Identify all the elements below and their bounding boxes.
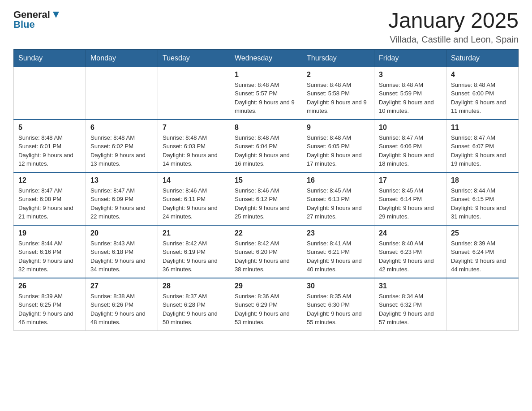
calendar-cell: 27Sunrise: 8:38 AM Sunset: 6:26 PM Dayli… xyxy=(86,278,158,331)
day-info: Sunrise: 8:48 AM Sunset: 6:05 PM Dayligh… xyxy=(307,133,369,168)
day-info: Sunrise: 8:46 AM Sunset: 6:11 PM Dayligh… xyxy=(163,186,225,221)
logo-blue: Blue xyxy=(13,19,35,30)
calendar-cell: 3Sunrise: 8:48 AM Sunset: 5:59 PM Daylig… xyxy=(374,67,446,120)
calendar-cell: 29Sunrise: 8:36 AM Sunset: 6:29 PM Dayli… xyxy=(230,278,302,331)
calendar-cell xyxy=(14,67,86,120)
calendar-cell: 15Sunrise: 8:46 AM Sunset: 6:12 PM Dayli… xyxy=(230,172,302,225)
calendar-cell xyxy=(158,67,230,120)
calendar-cell: 26Sunrise: 8:39 AM Sunset: 6:25 PM Dayli… xyxy=(14,278,86,331)
weekday-header-monday: Monday xyxy=(86,49,158,67)
day-info: Sunrise: 8:48 AM Sunset: 5:58 PM Dayligh… xyxy=(307,81,369,116)
day-info: Sunrise: 8:47 AM Sunset: 6:08 PM Dayligh… xyxy=(18,186,81,221)
calendar-week-row: 19Sunrise: 8:44 AM Sunset: 6:16 PM Dayli… xyxy=(14,225,519,278)
day-info: Sunrise: 8:48 AM Sunset: 6:03 PM Dayligh… xyxy=(163,133,225,168)
day-info: Sunrise: 8:39 AM Sunset: 6:24 PM Dayligh… xyxy=(451,239,514,274)
day-number: 16 xyxy=(307,176,369,184)
day-info: Sunrise: 8:40 AM Sunset: 6:23 PM Dayligh… xyxy=(379,239,442,274)
weekday-header-thursday: Thursday xyxy=(302,49,374,67)
day-info: Sunrise: 8:48 AM Sunset: 6:01 PM Dayligh… xyxy=(18,133,81,168)
day-info: Sunrise: 8:35 AM Sunset: 6:30 PM Dayligh… xyxy=(307,292,369,327)
calendar-cell: 4Sunrise: 8:48 AM Sunset: 6:00 PM Daylig… xyxy=(446,67,519,120)
day-info: Sunrise: 8:38 AM Sunset: 6:26 PM Dayligh… xyxy=(90,292,153,327)
calendar-header: SundayMondayTuesdayWednesdayThursdayFrid… xyxy=(14,49,519,67)
weekday-header-saturday: Saturday xyxy=(446,49,519,67)
day-info: Sunrise: 8:48 AM Sunset: 6:04 PM Dayligh… xyxy=(235,133,297,168)
day-info: Sunrise: 8:48 AM Sunset: 5:57 PM Dayligh… xyxy=(235,81,297,116)
day-number: 21 xyxy=(163,229,225,237)
calendar-title: January 2025 xyxy=(388,9,519,33)
calendar-cell: 10Sunrise: 8:47 AM Sunset: 6:06 PM Dayli… xyxy=(374,120,446,172)
day-number: 24 xyxy=(379,229,442,237)
day-number: 31 xyxy=(379,282,442,290)
day-number: 17 xyxy=(379,176,442,184)
day-info: Sunrise: 8:46 AM Sunset: 6:12 PM Dayligh… xyxy=(235,186,297,221)
day-number: 10 xyxy=(379,124,442,132)
day-info: Sunrise: 8:47 AM Sunset: 6:07 PM Dayligh… xyxy=(451,133,514,168)
calendar-cell: 5Sunrise: 8:48 AM Sunset: 6:01 PM Daylig… xyxy=(14,120,86,172)
calendar-cell: 12Sunrise: 8:47 AM Sunset: 6:08 PM Dayli… xyxy=(14,172,86,225)
day-number: 14 xyxy=(163,176,225,184)
day-number: 13 xyxy=(90,176,153,184)
weekday-header-sunday: Sunday xyxy=(14,49,86,67)
calendar-cell: 19Sunrise: 8:44 AM Sunset: 6:16 PM Dayli… xyxy=(14,225,86,278)
calendar-cell: 7Sunrise: 8:48 AM Sunset: 6:03 PM Daylig… xyxy=(158,120,230,172)
calendar-week-row: 12Sunrise: 8:47 AM Sunset: 6:08 PM Dayli… xyxy=(14,172,519,225)
day-number: 30 xyxy=(307,282,369,290)
day-number: 28 xyxy=(163,282,225,290)
calendar-cell: 28Sunrise: 8:37 AM Sunset: 6:28 PM Dayli… xyxy=(158,278,230,331)
day-info: Sunrise: 8:34 AM Sunset: 6:32 PM Dayligh… xyxy=(379,292,442,327)
day-number: 3 xyxy=(379,71,442,79)
calendar-body: 1Sunrise: 8:48 AM Sunset: 5:57 PM Daylig… xyxy=(14,67,519,330)
day-number: 29 xyxy=(235,282,297,290)
day-info: Sunrise: 8:48 AM Sunset: 6:02 PM Dayligh… xyxy=(90,133,153,168)
calendar-cell xyxy=(86,67,158,120)
day-info: Sunrise: 8:36 AM Sunset: 6:29 PM Dayligh… xyxy=(235,292,297,327)
day-number: 27 xyxy=(90,282,153,290)
day-number: 2 xyxy=(307,71,369,79)
calendar-cell: 14Sunrise: 8:46 AM Sunset: 6:11 PM Dayli… xyxy=(158,172,230,225)
day-info: Sunrise: 8:47 AM Sunset: 6:09 PM Dayligh… xyxy=(90,186,153,221)
svg-marker-0 xyxy=(53,12,59,18)
calendar-cell: 8Sunrise: 8:48 AM Sunset: 6:04 PM Daylig… xyxy=(230,120,302,172)
day-number: 25 xyxy=(451,229,514,237)
weekday-header-friday: Friday xyxy=(374,49,446,67)
calendar-subtitle: Villada, Castille and Leon, Spain xyxy=(388,34,519,45)
calendar-cell: 25Sunrise: 8:39 AM Sunset: 6:24 PM Dayli… xyxy=(446,225,519,278)
calendar-cell: 21Sunrise: 8:42 AM Sunset: 6:19 PM Dayli… xyxy=(158,225,230,278)
day-info: Sunrise: 8:45 AM Sunset: 6:14 PM Dayligh… xyxy=(379,186,442,221)
day-info: Sunrise: 8:43 AM Sunset: 6:18 PM Dayligh… xyxy=(90,239,153,274)
calendar-cell: 17Sunrise: 8:45 AM Sunset: 6:14 PM Dayli… xyxy=(374,172,446,225)
day-number: 15 xyxy=(235,176,297,184)
day-number: 6 xyxy=(90,124,153,132)
weekday-header-row: SundayMondayTuesdayWednesdayThursdayFrid… xyxy=(14,49,519,67)
calendar-cell: 11Sunrise: 8:47 AM Sunset: 6:07 PM Dayli… xyxy=(446,120,519,172)
day-number: 26 xyxy=(18,282,81,290)
calendar-week-row: 26Sunrise: 8:39 AM Sunset: 6:25 PM Dayli… xyxy=(14,278,519,331)
title-section: January 2025 Villada, Castille and Leon,… xyxy=(388,9,519,45)
logo-triangle-icon xyxy=(51,10,61,20)
day-number: 23 xyxy=(307,229,369,237)
day-info: Sunrise: 8:48 AM Sunset: 6:00 PM Dayligh… xyxy=(451,81,514,116)
day-info: Sunrise: 8:41 AM Sunset: 6:21 PM Dayligh… xyxy=(307,239,369,274)
calendar-cell xyxy=(446,278,519,331)
day-info: Sunrise: 8:44 AM Sunset: 6:15 PM Dayligh… xyxy=(451,186,514,221)
calendar-cell: 30Sunrise: 8:35 AM Sunset: 6:30 PM Dayli… xyxy=(302,278,374,331)
day-info: Sunrise: 8:39 AM Sunset: 6:25 PM Dayligh… xyxy=(18,292,81,327)
day-number: 19 xyxy=(18,229,81,237)
logo: General Blue xyxy=(13,9,61,30)
calendar-cell: 6Sunrise: 8:48 AM Sunset: 6:02 PM Daylig… xyxy=(86,120,158,172)
calendar-cell: 1Sunrise: 8:48 AM Sunset: 5:57 PM Daylig… xyxy=(230,67,302,120)
day-number: 12 xyxy=(18,176,81,184)
day-info: Sunrise: 8:37 AM Sunset: 6:28 PM Dayligh… xyxy=(163,292,225,327)
weekday-header-wednesday: Wednesday xyxy=(230,49,302,67)
day-info: Sunrise: 8:47 AM Sunset: 6:06 PM Dayligh… xyxy=(379,133,442,168)
calendar-cell: 9Sunrise: 8:48 AM Sunset: 6:05 PM Daylig… xyxy=(302,120,374,172)
day-number: 5 xyxy=(18,124,81,132)
day-number: 11 xyxy=(451,124,514,132)
day-number: 1 xyxy=(235,71,297,79)
day-number: 7 xyxy=(163,124,225,132)
page-header: General Blue January 2025 Villada, Casti… xyxy=(13,9,519,45)
calendar-cell: 23Sunrise: 8:41 AM Sunset: 6:21 PM Dayli… xyxy=(302,225,374,278)
calendar-cell: 2Sunrise: 8:48 AM Sunset: 5:58 PM Daylig… xyxy=(302,67,374,120)
day-number: 22 xyxy=(235,229,297,237)
